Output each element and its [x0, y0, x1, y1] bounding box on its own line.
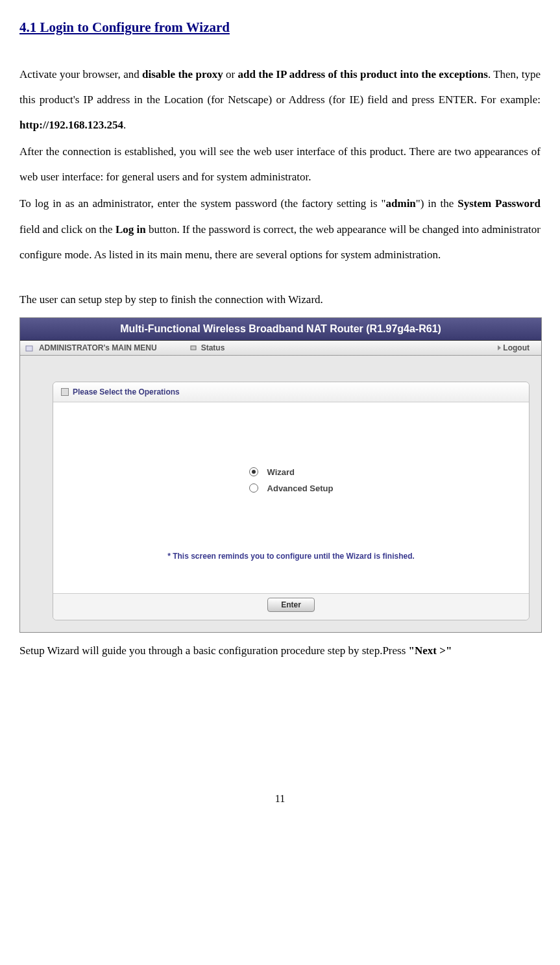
- page-number: 11: [19, 793, 541, 805]
- menu-logout[interactable]: Logout: [498, 343, 536, 352]
- text: ") in the: [416, 197, 457, 210]
- text: or: [223, 68, 238, 80]
- status-icon: [189, 345, 197, 351]
- svg-rect-1: [191, 346, 196, 350]
- text: Activate your browser, and: [19, 68, 142, 80]
- radio-advanced-label: Advanced Setup: [267, 483, 334, 493]
- radio-group: Wizard Advanced Setup: [249, 461, 334, 500]
- menu-main-label: ADMINISTRATOR's MAIN MENU: [39, 343, 157, 352]
- paragraph-1: Activate your browser, and disable the p…: [19, 62, 541, 138]
- text-bold: add the IP address of this product into …: [238, 68, 488, 80]
- content-area: Please Select the Operations Wizard Adva…: [20, 356, 541, 632]
- text: Setup Wizard will guide you through a ba…: [19, 644, 409, 657]
- text-bold: Log in: [116, 223, 146, 236]
- menu-bar: ADMINISTRATOR's MAIN MENU Status Logout: [20, 341, 541, 356]
- radio-icon: [249, 467, 258, 476]
- triangle-icon: [498, 345, 501, 350]
- svg-rect-0: [26, 346, 32, 351]
- radio-wizard[interactable]: Wizard: [249, 467, 334, 477]
- enter-button-row: Enter: [53, 593, 529, 620]
- router-screenshot: Multi-Functional Wireless Broadband NAT …: [19, 317, 542, 633]
- enter-button[interactable]: Enter: [267, 598, 315, 612]
- menu-status[interactable]: Status: [189, 343, 225, 352]
- text: field and click on the: [19, 223, 116, 236]
- menu-main[interactable]: ADMINISTRATOR's MAIN MENU: [25, 343, 157, 352]
- paragraph-3: To log in as an administrator, enter the…: [19, 191, 541, 267]
- panel-icon: [61, 388, 69, 396]
- menu-logout-label: Logout: [503, 343, 530, 352]
- text: To log in as an administrator, enter the…: [19, 197, 386, 210]
- router-header-title: Multi-Functional Wireless Broadband NAT …: [20, 318, 541, 341]
- operations-panel: Please Select the Operations Wizard Adva…: [53, 382, 530, 620]
- body-content: Activate your browser, and disable the p…: [19, 62, 541, 312]
- panel-body: Wizard Advanced Setup * This screen remi…: [53, 402, 529, 593]
- text-bold: System Password: [457, 197, 541, 210]
- panel-footer-note: * This screen reminds you to configure u…: [53, 552, 529, 567]
- radio-icon: [249, 483, 258, 493]
- text: .: [123, 119, 126, 131]
- menu-status-label: Status: [201, 343, 225, 352]
- text-bold: admin: [386, 197, 416, 210]
- paragraph-5: Setup Wizard will guide you through a ba…: [19, 638, 541, 663]
- paragraph-4: The user can setup step by step to finis…: [19, 287, 541, 312]
- section-title: 4.1 Login to Configure from Wizard: [19, 19, 541, 36]
- text-bold: http://192.168.123.254: [19, 119, 123, 131]
- document-icon: [25, 345, 33, 352]
- radio-advanced[interactable]: Advanced Setup: [249, 483, 334, 493]
- panel-header: Please Select the Operations: [53, 382, 529, 402]
- panel-title: Please Select the Operations: [73, 387, 180, 397]
- radio-wizard-label: Wizard: [267, 467, 295, 477]
- paragraph-2: After the connection is established, you…: [19, 139, 541, 189]
- text-bold: "Next >": [409, 644, 452, 657]
- text-bold: disable the proxy: [142, 68, 223, 80]
